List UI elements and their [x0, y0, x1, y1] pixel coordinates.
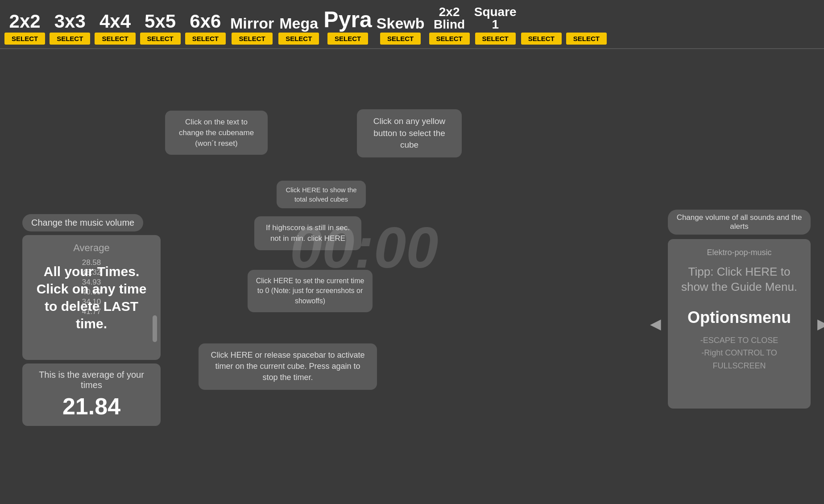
- select-btn-2x2blind[interactable]: SELECT: [429, 33, 470, 45]
- tooltip-timer[interactable]: Click HERE or release spacebar to activa…: [199, 343, 377, 390]
- tooltip-total-solved[interactable]: Click HERE to show the total solved cube…: [277, 181, 366, 208]
- times-panel: Average 28.58 45.32 34.93 40.60 34.10 41…: [22, 235, 161, 360]
- cube-label-2x2: 2x2: [9, 12, 41, 31]
- shortcut-fullscreen: -Right CONTROL TO FULLSCREEN: [701, 348, 777, 370]
- scrollbar[interactable]: [153, 315, 157, 342]
- cube-label-4x4: 4x4: [99, 12, 131, 31]
- music-volume-text: Change the music volume: [22, 214, 143, 231]
- main-area: Click on the text to change the cubename…: [0, 45, 824, 504]
- options-tipp[interactable]: Tipp: Click HERE to show the Guide Menu.: [675, 264, 803, 295]
- select-btn-6x6[interactable]: SELECT: [185, 33, 226, 45]
- cube-label-3x3: 3x3: [54, 12, 86, 31]
- cube-label-pyra: Pyra: [323, 8, 372, 31]
- select-btn-extra2[interactable]: SELECT: [566, 33, 607, 45]
- average-value: 21.84: [31, 393, 152, 420]
- tooltip-set-zero-text: Click HERE to set the current time to 0 …: [256, 277, 364, 305]
- times-panel-header: Average: [29, 242, 153, 254]
- average-title: This is the average of your times: [31, 370, 152, 390]
- cube-item-mega: Mega SELECT: [278, 16, 319, 45]
- nav-arrow-right[interactable]: ▶: [817, 315, 824, 332]
- cube-item-4x4: 4x4 SELECT: [95, 12, 135, 45]
- select-btn-4x4[interactable]: SELECT: [95, 33, 135, 45]
- select-btn-square1[interactable]: SELECT: [475, 33, 516, 45]
- cube-label-6x6: 6x6: [190, 12, 221, 31]
- cube-item-pyra: Pyra SELECT: [323, 8, 372, 45]
- cube-item-square1: Square1 SELECT: [474, 6, 517, 45]
- tooltip-cubename-text: Click on the text to change the cubename…: [179, 118, 254, 148]
- tooltip-select-cube: Click on any yellow button to select the…: [357, 109, 462, 157]
- select-btn-pyra[interactable]: SELECT: [327, 33, 368, 45]
- cube-label-2x2blind: 2x2Blind: [434, 6, 465, 31]
- tooltip-set-zero[interactable]: Click HERE to set the current time to 0 …: [248, 270, 373, 312]
- cube-item-6x6: 6x6 SELECT: [185, 12, 226, 45]
- music-volume-label: Change the music volume: [22, 214, 161, 235]
- cube-label-extra2: [584, 12, 589, 31]
- cube-label-mirror: Mirror: [230, 16, 274, 31]
- cube-label-extra1: [538, 12, 544, 31]
- nav-arrow-left[interactable]: ◀: [650, 315, 661, 332]
- tooltip-select-cube-text: Click on any yellow button to select the…: [373, 116, 446, 149]
- average-bottom: This is the average of your times 21.84: [22, 364, 161, 426]
- left-panel: Change the music volume Average 28.58 45…: [22, 214, 161, 426]
- select-btn-mirror[interactable]: SELECT: [232, 33, 272, 45]
- tooltip-total-solved-text: Click HERE to show the total solved cube…: [286, 186, 356, 203]
- select-btn-mega[interactable]: SELECT: [278, 33, 319, 45]
- times-main-text: All your Times. Click on any time to del…: [33, 263, 149, 332]
- cube-label-square1: Square1: [474, 6, 517, 31]
- cube-label-mega: Mega: [279, 16, 318, 31]
- cube-item-extra1: SELECT: [521, 12, 562, 45]
- cube-item-3x3: 3x3 SELECT: [50, 12, 90, 45]
- top-nav: 2x2 SELECT 3x3 SELECT 4x4 SELECT 5x5 SEL…: [0, 0, 824, 45]
- cube-item-mirror: Mirror SELECT: [230, 16, 274, 45]
- select-btn-2x2[interactable]: SELECT: [4, 33, 45, 45]
- cube-item-2x2: 2x2 SELECT: [4, 12, 45, 45]
- tooltip-timer-text: Click HERE or release spacebar to activa…: [211, 351, 364, 382]
- options-panel: ◀ Elektro-pop-music Tipp: Click HERE to …: [668, 239, 811, 409]
- cube-label-skewb: Skewb: [377, 16, 425, 31]
- change-volume-all-label: Change volume of all sounds and the aler…: [668, 210, 811, 235]
- options-title: Optionsmenu: [675, 308, 803, 327]
- cube-item-extra2: SELECT: [566, 12, 607, 45]
- cube-label-5x5: 5x5: [145, 12, 176, 31]
- shortcut-escape: -ESCAPE TO CLOSE: [700, 336, 778, 345]
- right-panel: Change volume of all sounds and the aler…: [668, 210, 811, 409]
- options-shortcuts: -ESCAPE TO CLOSE -Right CONTROL TO FULLS…: [675, 334, 803, 372]
- cube-item-skewb: Skewb SELECT: [377, 16, 425, 45]
- cube-item-5x5: 5x5 SELECT: [140, 12, 181, 45]
- select-btn-3x3[interactable]: SELECT: [50, 33, 90, 45]
- tooltip-cubename[interactable]: Click on the text to change the cubename…: [165, 111, 268, 155]
- select-btn-skewb[interactable]: SELECT: [380, 33, 421, 45]
- cube-item-2x2blind: 2x2Blind SELECT: [429, 6, 470, 45]
- select-btn-extra1[interactable]: SELECT: [521, 33, 562, 45]
- select-btn-5x5[interactable]: SELECT: [140, 33, 181, 45]
- music-name: Elektro-pop-music: [675, 248, 803, 257]
